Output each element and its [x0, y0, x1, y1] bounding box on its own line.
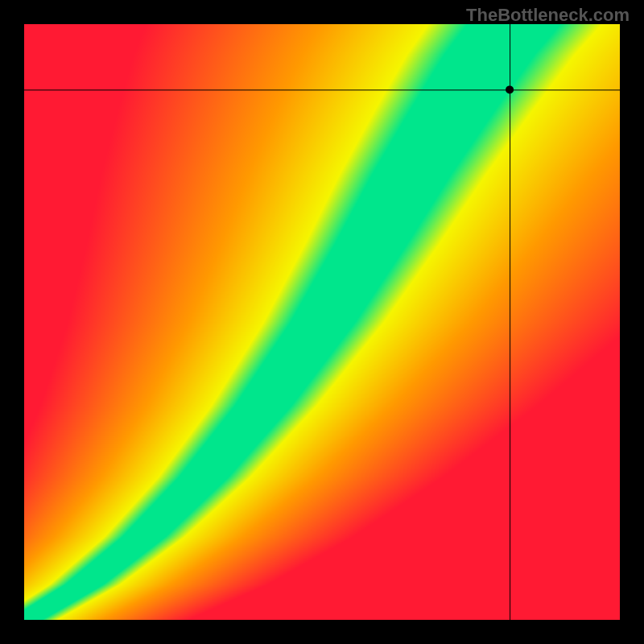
heatmap-canvas [24, 24, 620, 620]
heatmap-chart [24, 24, 620, 620]
watermark-text: TheBottleneck.com [466, 5, 630, 26]
